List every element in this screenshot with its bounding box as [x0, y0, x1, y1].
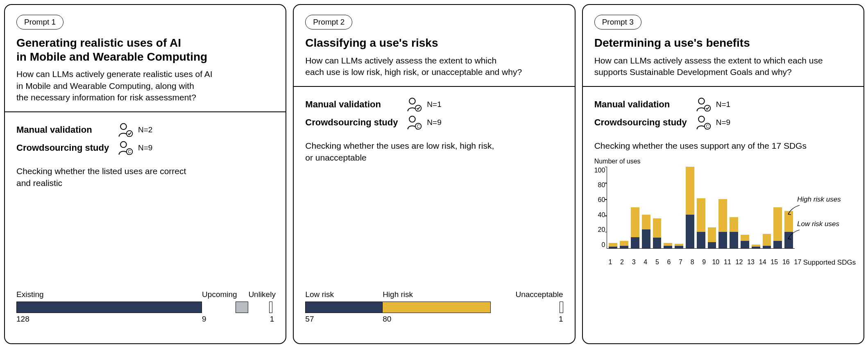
bar-column [697, 167, 705, 248]
panel-header: Prompt 2 Classifying a use's risks How c… [294, 5, 574, 87]
arrow-icon [787, 229, 804, 241]
crowd-n: N=9 [716, 118, 730, 127]
bar-seg-high-risk [708, 227, 716, 242]
panels-row: Prompt 1 Generating realistic uses of AI… [4, 4, 864, 344]
x-tick: 16 [782, 259, 791, 266]
panel-header: Prompt 1 Generating realistic uses of AI… [5, 5, 286, 112]
x-tick: 7 [676, 259, 685, 266]
bar-seg-unacceptable [560, 302, 563, 313]
bar-column [708, 167, 716, 248]
crowd-n: N=9 [427, 118, 441, 127]
plot-area [607, 167, 795, 249]
bar-label: Low risk [305, 290, 383, 299]
bar-label: Unacceptable [499, 290, 563, 299]
bar-seg-low [305, 302, 383, 313]
panel-title: Determining a use's benefits [594, 36, 852, 50]
x-tick: 10 [711, 259, 721, 266]
bar-seg-high-risk [773, 207, 782, 240]
panel-prompt-2: Prompt 2 Classifying a use's risks How c… [293, 4, 575, 344]
bar-seg-high-risk [718, 199, 727, 232]
crowdsourcing-row: Crowdsourcing study C N=9 [305, 115, 563, 130]
bar-chart-2: Low risk High risk Unacceptable 57 80 1 [305, 290, 563, 336]
bar-value: 57 [305, 315, 383, 324]
panel-prompt-3: Prompt 3 Determining a use's benefits Ho… [582, 4, 864, 344]
arrow-icon [787, 204, 804, 217]
panel-title: Classifying a use's risks [305, 36, 563, 50]
crowdsourcing-label: Crowdsourcing study [594, 117, 691, 128]
check-text: Checking whether the uses are low risk, … [305, 140, 563, 163]
manual-n: N=1 [716, 100, 730, 109]
bar-seg-high-risk [697, 198, 705, 231]
bar-seg-high-risk [642, 215, 650, 229]
bar-column [675, 167, 683, 248]
bar-label: Unlikely [248, 290, 276, 299]
bar-seg-upcoming [236, 302, 248, 313]
x-tick: 9 [699, 259, 709, 266]
bar-seg-high-risk [763, 234, 771, 246]
x-tick: 4 [641, 259, 650, 266]
stacked-bar-chart: Number of uses 100 80 60 40 20 0 [594, 158, 852, 336]
x-tick: 3 [629, 259, 639, 266]
svg-text:C: C [128, 150, 131, 154]
person-check-icon [117, 122, 134, 138]
bar-value: 1 [499, 315, 563, 324]
bar-column [763, 167, 771, 248]
prompt-badge: Prompt 1 [16, 15, 63, 29]
panel-body: Manual validation N=1 Crowdsourcing stud… [583, 87, 863, 343]
x-tick: 17 [793, 259, 802, 266]
bar-column [642, 167, 650, 248]
bar-column [718, 167, 727, 248]
y-tick: 60 [598, 196, 605, 204]
bar-seg-low-risk [686, 215, 694, 248]
svg-point-6 [415, 105, 422, 111]
bar-seg-low-risk [675, 246, 683, 248]
bar-seg-high-risk [653, 218, 662, 238]
svg-text:C: C [417, 124, 420, 129]
y-tick: 80 [598, 181, 605, 189]
manual-validation-row: Manual validation N=1 [305, 97, 563, 112]
bar-seg-low-risk [752, 247, 760, 248]
bar-column [741, 167, 749, 248]
bar-seg-low-risk [697, 232, 705, 248]
bar-seg-high-risk [620, 241, 628, 246]
person-check-icon [695, 97, 712, 112]
y-tick: 40 [598, 211, 605, 219]
bar-seg-low-risk [741, 241, 749, 248]
annotation-low-risk: Low risk uses [797, 220, 839, 228]
bar-seg-low-risk [631, 237, 639, 248]
bar-seg-low-risk [642, 229, 650, 248]
bar-seg-low-risk [763, 246, 771, 248]
panel-prompt-1: Prompt 1 Generating realistic uses of AI… [4, 4, 286, 344]
bar-seg-low-risk [773, 241, 782, 248]
bar-seg-high-risk [631, 207, 639, 237]
bar-seg-low-risk [653, 238, 662, 248]
x-tick: 8 [688, 259, 697, 266]
bar-seg-high [383, 302, 491, 313]
crowd-n: N=9 [138, 143, 152, 152]
panel-desc: How can LLMs actively generate realistic… [16, 68, 274, 103]
bar-seg-high-risk [730, 217, 738, 232]
svg-point-1 [127, 131, 133, 137]
manual-n: N=1 [427, 100, 441, 109]
crowdsourcing-row: Crowdsourcing study C N=9 [16, 140, 274, 156]
manual-validation-label: Manual validation [594, 99, 691, 110]
bar-seg-low-risk [620, 246, 628, 248]
panel-body: Manual validation N=1 Crowdsourcing stud… [294, 87, 574, 343]
bar-seg-low-risk [730, 232, 738, 248]
check-text: Checking whether the uses support any of… [594, 140, 852, 152]
manual-n: N=2 [138, 125, 152, 134]
panel-title: Generating realistic uses of AI in Mobil… [16, 36, 274, 64]
bar-value: 128 [16, 315, 202, 324]
manual-validation-row: Manual validation N=2 [16, 122, 274, 138]
svg-point-0 [120, 124, 127, 130]
crowdsourcing-label: Crowdsourcing study [305, 117, 401, 128]
x-tick: 14 [758, 259, 767, 266]
panel-body: Manual validation N=2 Crowdsourcing stud… [5, 112, 286, 343]
bar-column [620, 167, 628, 248]
bar-chart-1: Existing Upcoming Unlikely 128 9 1 [16, 290, 274, 336]
bar-label: High risk [383, 290, 499, 299]
manual-validation-row: Manual validation N=1 [594, 97, 852, 112]
y-tick: 100 [594, 167, 605, 174]
person-check-icon [406, 97, 423, 112]
panel-desc: How can LLMs actively assess the extent … [594, 55, 852, 78]
